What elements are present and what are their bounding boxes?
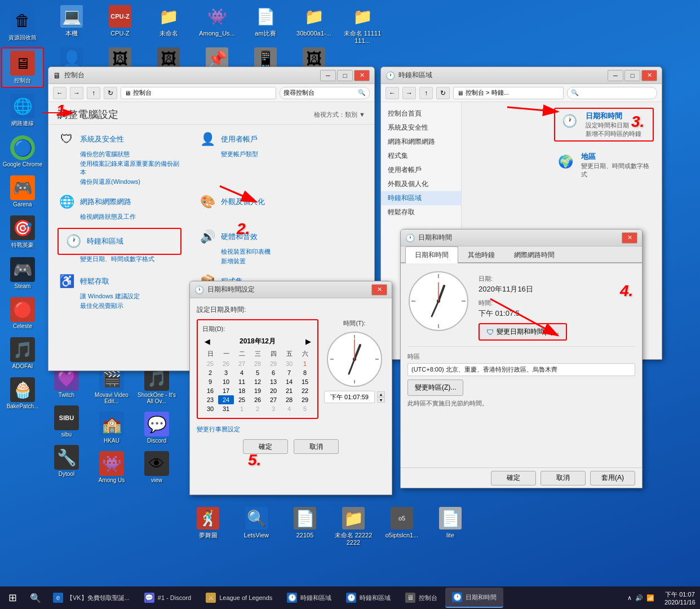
- users-title[interactable]: 使用者帳戶: [221, 134, 258, 144]
- cal-cell[interactable]: 9: [202, 377, 218, 386]
- cal-cell[interactable]: 28: [250, 359, 265, 368]
- cal-cell[interactable]: 14: [281, 377, 297, 386]
- dtr-nav-users[interactable]: 使用者帳戶: [381, 163, 461, 177]
- cal-cell[interactable]: 21: [281, 386, 297, 395]
- desktop-icon-amongus[interactable]: 👾 Among_Us...: [195, 3, 239, 47]
- sidebar-item-amongus[interactable]: 👾 Among Us: [90, 449, 133, 486]
- sidebar-item-dytool[interactable]: 🔧 Dytool: [45, 443, 88, 479]
- dtr-close-btn[interactable]: ✕: [641, 70, 657, 81]
- desktop-icon-amatch[interactable]: 📄 am比賽: [243, 3, 287, 47]
- taskbar-item-vk[interactable]: e 【VK】免費領取聖誕...: [46, 588, 136, 608]
- dtr-address-bar[interactable]: 🖥 控制台 > 時鐘...: [453, 87, 564, 99]
- appearance-title[interactable]: 外觀及個人化: [221, 197, 265, 207]
- dtd-close-btn[interactable]: ✕: [371, 284, 387, 295]
- sidebar-item-recyclebin[interactable]: 🗑 資源回收筒: [1, 6, 44, 44]
- cal-cell[interactable]: 23: [202, 395, 218, 404]
- dtr-nav-easyaccess[interactable]: 輕鬆存取: [381, 205, 461, 219]
- dtr-nav-appearance[interactable]: 外觀及個人化: [381, 177, 461, 191]
- desktop-icon-lite[interactable]: 📄 lite: [428, 505, 472, 549]
- cal-cell[interactable]: 27: [265, 395, 281, 404]
- dtr-nav-home[interactable]: 控制台首頁: [381, 107, 461, 121]
- dtp-close-btn[interactable]: ✕: [622, 232, 637, 244]
- easyaccess-title[interactable]: 輕鬆存取: [80, 276, 109, 286]
- cp-up-btn[interactable]: ↑: [87, 87, 100, 99]
- sidebar-item-adofai[interactable]: 🎵 ADOFAI: [1, 335, 44, 372]
- cal-cell[interactable]: 4: [234, 368, 250, 377]
- cal-cell[interactable]: 28: [281, 395, 297, 404]
- desktop-icon-unnamed3[interactable]: 📁 未命名 222222222: [331, 505, 375, 549]
- sidebar-item-sibu[interactable]: SIBU sibu: [45, 403, 88, 440]
- start-button[interactable]: ⊞: [0, 586, 25, 609]
- taskbar-item-discord[interactable]: 💬 #1 - Discord: [138, 588, 198, 608]
- taskbar-item-cp[interactable]: 🖥 控制台: [398, 588, 444, 608]
- dtr-refresh-btn[interactable]: ↻: [436, 87, 450, 99]
- desktop-icon-letsview[interactable]: 🔍 LetsView: [234, 505, 278, 549]
- dtp-change-tz-btn[interactable]: 變更時區(Z)...: [407, 379, 463, 396]
- desktop-icon-22105[interactable]: 📄 22105: [283, 505, 327, 549]
- cal-cell[interactable]: 1: [234, 404, 250, 413]
- cal-cell[interactable]: 10: [218, 377, 234, 386]
- dtr-up-btn[interactable]: ↑: [419, 87, 433, 99]
- dtd-cal-prev[interactable]: ◀: [202, 338, 212, 346]
- cal-cell[interactable]: 26: [218, 359, 234, 368]
- taskbar-search-btn[interactable]: 🔍: [27, 589, 44, 606]
- cal-cell[interactable]: 16: [202, 386, 218, 395]
- cal-cell[interactable]: 19: [250, 386, 265, 395]
- sidebar-item-bakepatch[interactable]: 🧁 BakePatch...: [1, 375, 44, 412]
- cp-close-btn[interactable]: ✕: [354, 70, 370, 81]
- network-link-1[interactable]: 檢視網路狀態及工作: [80, 213, 181, 221]
- cal-cell[interactable]: 4: [281, 404, 297, 413]
- dtd-change-link[interactable]: 變更行事曆設定: [197, 426, 240, 433]
- taskbar-item-lol[interactable]: ⚔ League of Legends: [199, 588, 279, 608]
- cal-cell[interactable]: 11: [234, 377, 250, 386]
- sidebar-item-steam[interactable]: 🎮 Steam: [1, 255, 44, 292]
- cal-cell[interactable]: 31: [218, 404, 234, 413]
- dtr-minimize-btn[interactable]: ─: [608, 70, 623, 81]
- cal-cell[interactable]: 5: [297, 404, 313, 413]
- cal-cell[interactable]: 18: [234, 386, 250, 395]
- cal-cell[interactable]: 1: [297, 359, 313, 368]
- sidebar-item-network[interactable]: 🌐 網路連線: [1, 91, 44, 130]
- dtd-time-input[interactable]: [324, 391, 375, 403]
- dtr-nav-clock[interactable]: 時鐘和區域: [381, 191, 461, 205]
- cal-cell[interactable]: 25: [234, 395, 250, 404]
- cal-cell[interactable]: 15: [297, 377, 313, 386]
- cal-cell[interactable]: 7: [281, 368, 297, 377]
- dtr-nav-system[interactable]: 系統及安全性: [381, 121, 461, 135]
- cal-cell[interactable]: 3: [265, 404, 281, 413]
- dtr-region-title[interactable]: 地區: [581, 152, 652, 162]
- dtr-maximize-btn[interactable]: □: [624, 70, 640, 81]
- dtp-ok-btn[interactable]: 確定: [491, 471, 536, 486]
- cp-search-bar[interactable]: 搜尋控制台 🔍: [280, 87, 370, 99]
- desktop-icon-o5ip[interactable]: o5 o5iptslcn1...: [380, 505, 424, 549]
- cal-cell[interactable]: 6: [265, 368, 281, 377]
- dtd-time-up[interactable]: ▲: [377, 391, 385, 397]
- dtp-cancel-btn[interactable]: 取消: [540, 471, 586, 486]
- sidebar-item-garena[interactable]: 🎮 Garena: [1, 173, 44, 210]
- dtr-search-bar[interactable]: 🔍: [567, 87, 657, 99]
- clock-link-1[interactable]: 變更日期、時間或數字格式: [80, 255, 181, 263]
- cal-cell[interactable]: 20: [265, 386, 281, 395]
- desktop-icon-cpuz[interactable]: CPU-Z CPU-Z: [98, 3, 142, 47]
- system-link-2[interactable]: 使用檔案記錄來還原重要案的備份副本: [80, 160, 181, 176]
- users-link-1[interactable]: 變更帳戶類型: [221, 150, 322, 158]
- cal-cell[interactable]: 29: [265, 359, 281, 368]
- dtr-back-btn[interactable]: ←: [386, 87, 399, 99]
- cp-network-title[interactable]: 網路和網際網路: [80, 197, 131, 207]
- clock-title[interactable]: 時鐘和區域: [87, 236, 123, 246]
- dtp-apply-btn[interactable]: 套用(A): [590, 471, 635, 486]
- cal-cell[interactable]: 8: [297, 368, 313, 377]
- sidebar-item-discord[interactable]: 💬 Discord: [135, 409, 178, 446]
- system-link-3[interactable]: 備份與還原(Windows): [80, 178, 181, 186]
- sidebar-item-chrome[interactable]: 🔵 Google Chrome: [1, 133, 44, 170]
- cal-cell[interactable]: 13: [265, 377, 281, 386]
- taskbar-item-datetime[interactable]: 🕐 日期和時間: [445, 588, 503, 608]
- taskbar-clock[interactable]: 下午 01:07 2020/11/16: [660, 590, 700, 606]
- dtr-nav-programs[interactable]: 程式集: [381, 149, 461, 163]
- cp-refresh-btn[interactable]: ↻: [104, 87, 117, 99]
- cal-cell[interactable]: 2: [250, 404, 265, 413]
- cal-cell-today[interactable]: 24: [218, 395, 234, 404]
- desktop-icon-unnamed1[interactable]: 📁 未命名: [147, 3, 190, 47]
- sidebar-item-celeste[interactable]: 🔴 Celeste: [1, 295, 44, 332]
- desktop-icon-30b[interactable]: 📁 30b000a1-...: [292, 3, 336, 47]
